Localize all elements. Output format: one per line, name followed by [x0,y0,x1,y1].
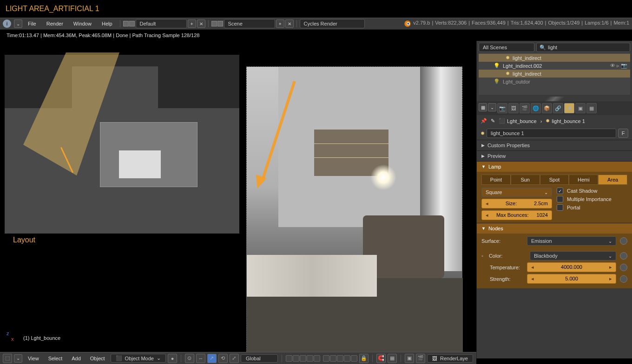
multiple-importance-checkbox[interactable]: Multiple Importance [557,196,627,202]
layout-top-view [5,55,239,234]
object-icon: ⬛ [499,118,505,124]
tab-constraints[interactable]: 🔗 [553,103,563,113]
lamp-data-icon: ✹ [546,118,550,124]
info-editor-icon[interactable]: i [3,20,11,28]
node-socket-button[interactable] [620,237,627,245]
menu-file[interactable]: File [23,20,41,28]
stat-mem: Mem:1 [613,20,629,27]
mode-dropdown[interactable]: ⬛ Object Mode ⌄ [111,354,166,363]
viewport-shading-icon[interactable]: ● [168,354,177,363]
editor-type-icon[interactable]: ⬚ [3,354,12,363]
window-title: LIGHT AREA_ARTIFICIAL 1 [0,0,632,18]
scene-dropdown[interactable]: Scene [224,19,275,28]
render-engine-dropdown[interactable]: Cycles Render [300,19,365,28]
lamp-type-spot[interactable]: Spot [540,175,569,185]
add-layout-button[interactable]: + [188,20,196,28]
menu-view[interactable]: View [24,354,43,363]
tab-world[interactable]: 🌐 [531,103,541,113]
expand-icon[interactable]: ⌄ [488,103,496,111]
color-input-dropdown[interactable]: Blackbody [530,251,616,260]
datablock-icon[interactable]: ✹ [481,130,485,136]
render-border-icon[interactable]: ▣ [405,354,414,363]
add-scene-button[interactable]: + [276,20,284,28]
lamp-shape-dropdown[interactable]: Square [481,188,552,197]
portal-checkbox[interactable]: Portal [557,204,627,211]
datablock-name-input[interactable]: light_bounce 1 [487,129,616,138]
menu-add[interactable]: Add [68,354,85,363]
panel-nodes[interactable]: ▼Nodes [477,223,632,234]
render-result-image [246,66,462,364]
delete-layout-button[interactable]: ✕ [197,20,205,28]
node-socket-button[interactable] [620,264,627,271]
menu-select[interactable]: Select [45,354,66,363]
viewport-3d[interactable]: Layout z x (1) Lght_bounce [0,41,476,358]
breadcrumb-data[interactable]: ✹ light_bounce 1 [546,118,585,124]
render-status-text: Time:01:13.47 | Mem:454.36M, Peak:465.08… [0,30,632,41]
pin-icon[interactable]: 📌 [481,118,487,124]
translate-manipulator-icon[interactable]: ↗ [207,354,217,363]
node-socket-button[interactable] [620,275,627,283]
menu-object[interactable]: Object [86,354,109,363]
scale-manipulator-icon[interactable]: ⤢ [230,354,239,363]
tree-item[interactable]: ✹ light_indirect [479,70,630,78]
lamp-size-input[interactable]: Size:2.5cm [481,199,552,208]
fake-user-button[interactable]: F [618,129,628,138]
scene-browse-icon[interactable] [211,21,223,26]
menu-render[interactable]: Render [42,20,68,28]
expand-icon[interactable]: ⌄ [14,20,22,28]
tree-item[interactable]: ✹ light_indirect [479,54,630,62]
tree-item[interactable]: 💡 Lght_indirect.002 👁 ▹ 📷 [479,62,630,70]
editor-type-icon[interactable]: ▦ [479,103,487,111]
tab-material[interactable]: ▣ [575,103,586,113]
breadcrumb-object[interactable]: ⬛ Lght_bounce [499,118,537,124]
outliner-scope-dropdown[interactable]: All Scenes [479,43,534,52]
lamp-type-point[interactable]: Point [481,175,511,185]
layout-label: Layout [13,236,35,244]
panel-lamp[interactable]: ▼Lamp [477,162,632,172]
lamp-max-bounces-input[interactable]: Max Bounces:1024 [481,210,552,220]
strength-input[interactable]: 5.000 [527,274,616,284]
properties-breadcrumb: 📌 ✎ ⬛ Lght_bounce › ✹ light_bounce 1 [477,115,632,127]
right-panel: All Scenes 🔍 light ✹ light_indirect 💡 Lg… [476,41,632,358]
expand-icon[interactable]: ⌄ [14,354,22,363]
tab-render[interactable]: 📷 [497,103,507,113]
temperature-input[interactable]: 4000.000 [527,262,616,272]
outliner-search-input[interactable]: 🔍 light [536,43,630,52]
lamp-type-area[interactable]: Area [598,175,627,185]
svg-point-2 [408,23,409,25]
tab-data[interactable]: ✹ [564,103,574,113]
layout-browse-icon[interactable] [123,21,135,26]
tab-object[interactable]: 📦 [542,103,552,113]
tree-item[interactable]: 💡 Lght_outdor [479,78,630,85]
manipulator-icon[interactable]: ↔ [196,354,205,363]
lock-camera-icon[interactable]: 🔒 [359,354,369,363]
tab-render-layers[interactable]: 🖼 [508,103,519,113]
menu-help[interactable]: Help [97,20,117,28]
lamp-type-sun[interactable]: Sun [511,175,540,185]
panel-custom-properties[interactable]: ▶Custom Properties [477,140,632,150]
surface-shader-dropdown[interactable]: Emission [527,236,616,246]
panel-preview[interactable]: ▶Preview [477,151,632,161]
transform-orientation-dropdown[interactable]: Global [241,354,278,363]
snap-target-icon[interactable]: ▦ [388,354,397,363]
layer-buttons[interactable] [286,355,357,362]
delete-scene-button[interactable]: ✕ [285,20,294,28]
tree-visibility-icons[interactable]: 👁 ▹ 📷 [610,63,627,69]
screen-layout-dropdown[interactable]: Default [136,19,187,28]
render-layer-dropdown[interactable]: 🖼 RenderLaye [427,354,473,363]
rotate-manipulator-icon[interactable]: ⟲ [218,354,228,363]
outliner-tree[interactable]: ✹ light_indirect 💡 Lght_indirect.002 👁 ▹… [479,53,630,95]
pivot-icon[interactable]: ⊙ [185,354,194,363]
temperature-label: Temperature: [481,265,523,270]
cast-shadow-checkbox[interactable]: Cast Shadow [557,188,627,194]
lamp-type-hemi[interactable]: Hemi [569,175,598,185]
lamp-data-icon: ✹ [506,71,510,77]
snap-icon[interactable]: 🧲 [376,354,386,363]
main-menu-bar: i ⌄ File Render Window Help Default + ✕ … [0,18,632,30]
render-icon[interactable]: 🎬 [416,354,425,363]
grease-pencil-icon[interactable]: ✎ [491,118,495,124]
tab-texture[interactable]: ▦ [586,103,597,113]
node-socket-button[interactable] [620,252,627,260]
menu-window[interactable]: Window [69,20,96,28]
tab-scene[interactable]: 🎬 [520,103,530,113]
